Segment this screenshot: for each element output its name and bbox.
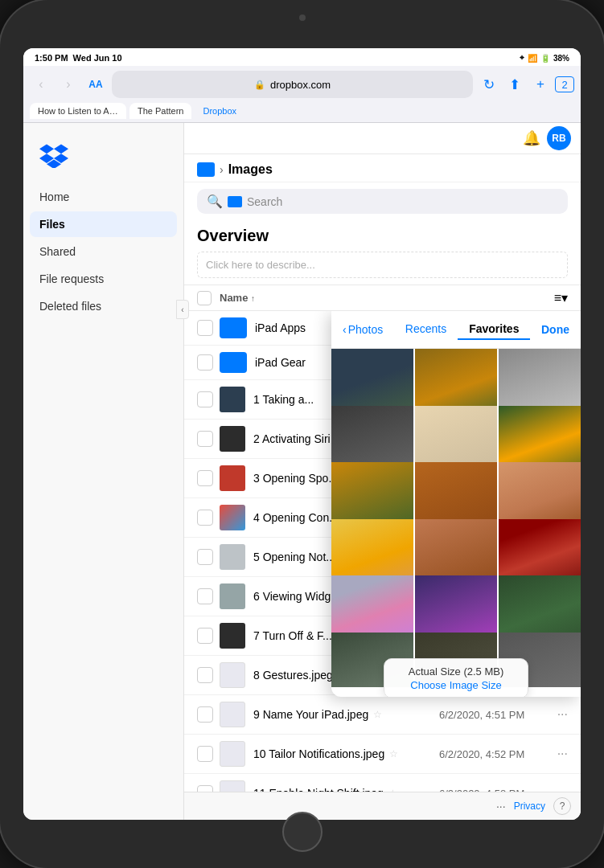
sidebar-nav: Home Files Shared File requests Deleted … [23, 184, 183, 321]
row-checkbox-ipad-apps[interactable] [197, 320, 220, 336]
sort-icon: ↑ [251, 294, 255, 303]
file-more-10[interactable]: ··· [544, 747, 568, 761]
file-row-10[interactable]: 10 Tailor Notifications.jpeg ☆ 6/2/2020,… [184, 735, 581, 774]
wifi-icon: 📶 [528, 54, 537, 63]
tab-audiobook[interactable]: How to Listen to Audiobo... [30, 103, 126, 119]
help-button[interactable]: ? [553, 797, 571, 815]
dropbox-logo-icon [39, 142, 68, 168]
file-more-11[interactable]: ··· [544, 786, 568, 792]
file-thumb-4 [220, 505, 245, 530]
picker-tabs: Recents Favorites [389, 319, 535, 340]
bottom-more-button[interactable]: ··· [496, 800, 506, 813]
file-more-9[interactable]: ··· [544, 707, 568, 722]
list-view-toggle[interactable]: ≡▾ [544, 290, 568, 305]
sidebar-item-file-requests[interactable]: File requests [30, 266, 177, 292]
tab-bar: How to Listen to Audiobo... The Pattern … [23, 103, 581, 122]
breadcrumb: › Images [184, 154, 581, 182]
battery-pct: 38% [553, 54, 569, 63]
breadcrumb-title: Images [228, 162, 273, 177]
main-content: Home Files Shared File requests Deleted … [23, 123, 581, 820]
search-icon: 🔍 [207, 194, 223, 209]
select-all-checkbox[interactable] [197, 291, 220, 305]
picker-back-label: Photos [348, 323, 384, 336]
tab-dropbox[interactable]: Dropbox [195, 103, 244, 119]
battery-icon: 🔋 [540, 54, 550, 63]
notification-bell-icon[interactable]: 🔔 [523, 129, 540, 147]
file-date-9: 6/2/2020, 4:51 PM [439, 709, 544, 721]
share-button[interactable]: ⬆ [503, 73, 526, 96]
image-size-tooltip: Actual Size (2.5 MB) Choose Image Size [384, 658, 528, 697]
reader-mode-button[interactable]: AA [84, 73, 107, 96]
forward-button[interactable]: › [57, 73, 80, 96]
status-left: 1:50 PM Wed Jun 10 [35, 53, 122, 63]
bottom-bar: ··· Privacy ? [184, 792, 581, 820]
user-avatar[interactable]: RB [547, 126, 571, 150]
star-icon-9[interactable]: ☆ [373, 709, 382, 720]
picker-header: ‹ Photos Recents Favorites Done [331, 311, 581, 349]
picker-done-button[interactable]: Done [541, 323, 569, 336]
file-thumb-5 [220, 544, 245, 570]
picker-back-button[interactable]: ‹ Photos [343, 323, 383, 336]
view-toggle-icon: ≡▾ [554, 290, 568, 305]
actual-size-label: Actual Size (2.5 MB) [397, 665, 515, 678]
device-screen: 1:50 PM Wed Jun 10 ⌖ 📶 🔋 38% ‹ › AA 🔒 dr… [23, 48, 581, 820]
file-thumb-7 [220, 623, 245, 649]
help-icon: ? [560, 800, 565, 812]
url-text: dropbox.com [270, 79, 331, 91]
privacy-link[interactable]: Privacy [514, 800, 545, 812]
search-bar[interactable]: 🔍 Search [197, 189, 568, 214]
file-thumb-8 [220, 662, 245, 688]
sidebar-item-shared[interactable]: Shared [30, 239, 177, 264]
home-button[interactable] [282, 812, 323, 852]
section-title: Overview [184, 220, 581, 248]
back-button[interactable]: ‹ [30, 73, 52, 96]
status-date: Wed Jun 10 [73, 53, 122, 63]
photo-picker-overlay: ‹ Photos Recents Favorites Done [331, 311, 581, 697]
name-column-header[interactable]: Name ↑ [220, 292, 439, 304]
file-area: 🔔 RB › Images 🔍 Search [184, 123, 581, 820]
table-header: Name ↑ ≡▾ [184, 285, 581, 311]
file-list: iPad Apps ··· iPad Gear ··· [184, 311, 581, 792]
choose-image-size-link[interactable]: Choose Image Size [397, 679, 515, 691]
photo-grid: ♡ ♡ ♡ ♡ [331, 349, 581, 687]
location-icon: ⌖ [520, 53, 524, 63]
top-actions-bar: 🔔 RB [184, 123, 581, 154]
sidebar-item-deleted[interactable]: Deleted files [30, 293, 177, 319]
file-row-9[interactable]: 9 Name Your iPad.jpeg ☆ 6/2/2020, 4:51 P… [184, 695, 581, 735]
sidebar-item-home[interactable]: Home [30, 184, 177, 210]
star-icon-10[interactable]: ☆ [389, 748, 398, 760]
browser-toolbar: ‹ › AA 🔒 dropbox.com ↻ ⬆ + 2 [23, 66, 581, 103]
file-thumb-1 [220, 387, 245, 412]
browser-chrome: ‹ › AA 🔒 dropbox.com ↻ ⬆ + 2 How to List… [23, 66, 581, 123]
sidebar-logo [23, 136, 183, 184]
device-frame: 1:50 PM Wed Jun 10 ⌖ 📶 🔋 38% ‹ › AA 🔒 dr… [0, 0, 604, 868]
file-name-11: 11 Enable Night Shift.jpeg ☆ [253, 787, 439, 792]
file-thumb-9 [220, 702, 245, 727]
folder-icon-ipad-apps [220, 317, 247, 338]
folder-icon-ipad-gear [220, 352, 247, 373]
search-input[interactable]: Search [247, 195, 282, 208]
description-placeholder[interactable]: Click here to describe... [197, 252, 568, 278]
sidebar: Home Files Shared File requests Deleted … [23, 123, 184, 820]
tab-pattern[interactable]: The Pattern [129, 103, 191, 119]
file-thumb-6 [220, 583, 245, 609]
row-checkbox-ipad-gear[interactable] [197, 354, 220, 371]
tabs-button[interactable]: 2 [555, 76, 574, 92]
refresh-button[interactable]: ↻ [478, 73, 500, 96]
search-folder-icon [228, 196, 242, 207]
sidebar-item-files[interactable]: Files [30, 211, 177, 237]
address-bar[interactable]: 🔒 dropbox.com [112, 71, 473, 98]
file-date-10: 6/2/2020, 4:52 PM [439, 748, 544, 760]
star-icon-11[interactable]: ☆ [388, 788, 397, 792]
lock-icon: 🔒 [254, 80, 265, 90]
file-row-11[interactable]: 11 Enable Night Shift.jpeg ☆ 6/2/2020, 4… [184, 774, 581, 792]
toolbar-actions: ↻ ⬆ + 2 [478, 73, 574, 96]
file-thumb-10 [220, 741, 245, 767]
new-tab-button[interactable]: + [529, 73, 552, 96]
file-date-11: 6/2/2020, 4:58 PM [439, 788, 544, 792]
sidebar-toggle-button[interactable]: ‹ [176, 300, 189, 319]
status-right: ⌖ 📶 🔋 38% [520, 53, 569, 63]
avatar-initials: RB [552, 133, 565, 144]
picker-tab-favorites[interactable]: Favorites [458, 319, 530, 340]
picker-tab-recents[interactable]: Recents [394, 319, 458, 340]
